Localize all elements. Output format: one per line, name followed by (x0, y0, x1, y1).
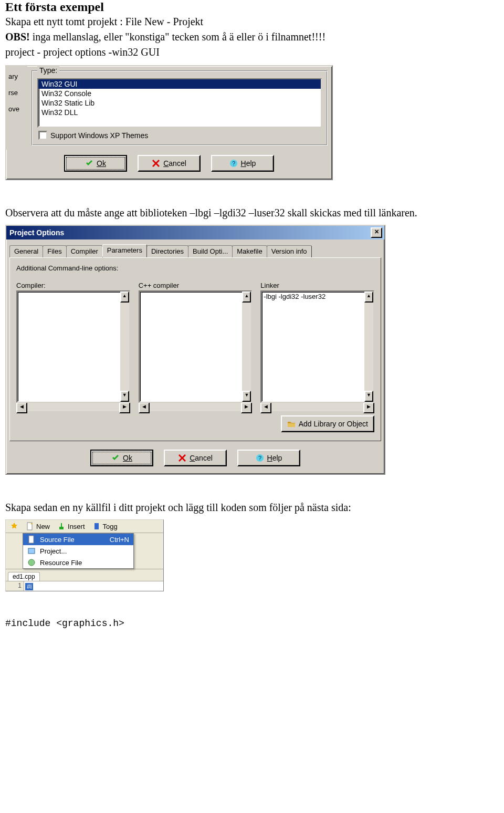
editor-tabs: ed1.cpp (6, 569, 163, 581)
tab-build-opti[interactable]: Build Opti... (188, 245, 233, 258)
help-button[interactable]: ? Help (237, 450, 300, 466)
help-button[interactable]: ? Help (211, 155, 274, 172)
tab-compiler[interactable]: Compiler (66, 245, 103, 258)
star-icon (10, 522, 18, 530)
intro-line-3: project - project options -win32 GUI (5, 46, 499, 59)
code-selection: #i (25, 583, 33, 590)
list-item[interactable]: Win32 Static Lib (38, 98, 321, 108)
svg-rect-5 (94, 523, 99, 529)
cut-label: rse (8, 89, 27, 97)
line-number: 1 (6, 581, 24, 591)
dialog-title: Project Options (9, 228, 64, 237)
tab-version-info[interactable]: Version info (267, 245, 312, 258)
svg-text:?: ? (258, 455, 261, 461)
tab-parameters[interactable]: Parameters (102, 244, 147, 257)
parameters-panel: Additional Command-line options: Compile… (9, 257, 381, 441)
ok-button[interactable]: Ok (64, 155, 127, 172)
intro-line-1: Skapa ett nytt tomt projekt : File New -… (5, 15, 499, 28)
xp-themes-label: Support Windows XP Themes (50, 131, 148, 140)
project-options-dialog: Project Options ✕ General Files Compiler… (5, 225, 385, 475)
skapa-paragraph: Skapa sedan en ny källfil i ditt projekt… (5, 501, 499, 514)
compiler-textarea[interactable]: ▲▼ (16, 290, 130, 403)
scrollbar-h[interactable]: ◀▶ (260, 402, 374, 411)
x-icon (178, 454, 186, 462)
scrollbar[interactable]: ▲▼ (242, 291, 251, 402)
star-button[interactable] (7, 521, 22, 531)
project-icon (27, 547, 36, 555)
insert-label: Insert (68, 523, 85, 530)
scrollbar-h[interactable]: ◀▶ (16, 402, 130, 411)
list-item[interactable]: Win32 Console (38, 89, 321, 98)
menu-project-label: Project... (40, 547, 67, 555)
menu-source-label: Source File (40, 536, 75, 544)
new-button[interactable]: New (23, 521, 53, 531)
page-heading: Ett första exempel (5, 0, 499, 14)
type-legend: Type: (37, 66, 59, 75)
add-library-button[interactable]: Add Library or Object (281, 415, 374, 432)
menu-source-shortcut: Ctrl+N (110, 536, 129, 544)
cut-label: ove (8, 105, 27, 113)
cancel-button[interactable]: Cancel (138, 155, 201, 172)
close-icon[interactable]: ✕ (371, 227, 382, 238)
editor-area: 1 #i (6, 581, 163, 591)
tab-files[interactable]: Files (43, 245, 66, 258)
obs-text: inga mellanslag, eller "konstiga" tecken… (30, 31, 326, 43)
xp-themes-checkbox[interactable] (38, 131, 47, 140)
cancel-rest: ancel (169, 159, 186, 168)
list-item[interactable]: Win32 GUI (38, 79, 321, 89)
obs-label: OBS! (5, 31, 30, 43)
question-icon: ? (256, 454, 264, 462)
observe-paragraph: Observera att du måste ange att bibliote… (5, 206, 499, 220)
tab-makefile[interactable]: Makefile (232, 245, 267, 258)
scrollbar[interactable]: ▲▼ (120, 291, 129, 402)
tab-strip: General Files Compiler Parameters Direct… (9, 245, 381, 257)
ide-snippet: New Insert Togg Source File Ctrl+N (5, 519, 164, 591)
linker-label: Linker (260, 282, 374, 289)
tab-directories[interactable]: Directories (146, 245, 188, 258)
svg-text:?: ? (232, 160, 235, 166)
new-label: New (36, 523, 50, 530)
bookmark-icon (92, 522, 101, 530)
cut-label: ary (8, 72, 27, 80)
linker-textarea[interactable]: -lbgi -lgdi32 -luser32 ▲▼ (260, 290, 374, 403)
question-icon: ? (229, 159, 238, 168)
ok-button-label: Ok (97, 159, 106, 168)
check-icon (111, 454, 120, 462)
type-listbox[interactable]: Win32 GUI Win32 Console Win32 Static Lib… (37, 78, 322, 128)
svg-point-8 (28, 559, 35, 566)
panel-heading: Additional Command-line options: (16, 264, 374, 272)
new-file-icon (26, 522, 34, 530)
linker-value: -lbgi -lgdi32 -luser32 (261, 291, 364, 402)
menu-resource-label: Resource File (40, 559, 82, 567)
cancel-button[interactable]: Cancel (164, 450, 227, 466)
menu-source-file[interactable]: Source File Ctrl+N (23, 534, 133, 545)
title-bar[interactable]: Project Options ✕ (6, 226, 384, 239)
cpp-textarea[interactable]: ▲▼ (139, 290, 253, 403)
ok-button[interactable]: Ok (90, 450, 153, 466)
menu-resource-file[interactable]: Resource File (23, 557, 133, 568)
x-icon (152, 159, 160, 168)
tab-general[interactable]: General (9, 245, 43, 258)
svg-rect-7 (28, 548, 35, 554)
type-dialog: ary rse ove Type: Win32 GUI Win32 Consol… (5, 65, 333, 180)
cut-off-side-buttons: ary rse ove (6, 66, 27, 150)
cpp-compiler-label: C++ compiler (139, 282, 253, 289)
togg-button[interactable]: Togg (89, 521, 121, 531)
folder-icon (287, 420, 296, 428)
insert-button[interactable]: Insert (54, 521, 88, 531)
new-submenu: Source File Ctrl+N Project... Resource F… (23, 533, 134, 569)
list-item[interactable]: Win32 DLL (38, 108, 321, 117)
file-tab[interactable]: ed1.cpp (8, 572, 40, 581)
togg-label: Togg (103, 523, 118, 530)
insert-icon (57, 522, 66, 530)
check-icon (85, 159, 93, 168)
code-include-line: #include <graphics.h> (5, 618, 499, 630)
scrollbar-h[interactable]: ◀▶ (139, 402, 253, 411)
compiler-label: Compiler: (16, 282, 130, 289)
intro-line-2: OBS! inga mellanslag, eller "konstiga" t… (5, 30, 499, 44)
svg-rect-6 (29, 536, 34, 543)
resource-file-icon (27, 558, 36, 567)
menu-project[interactable]: Project... (23, 545, 133, 557)
source-file-icon (27, 535, 36, 544)
scrollbar[interactable]: ▲▼ (364, 291, 373, 402)
